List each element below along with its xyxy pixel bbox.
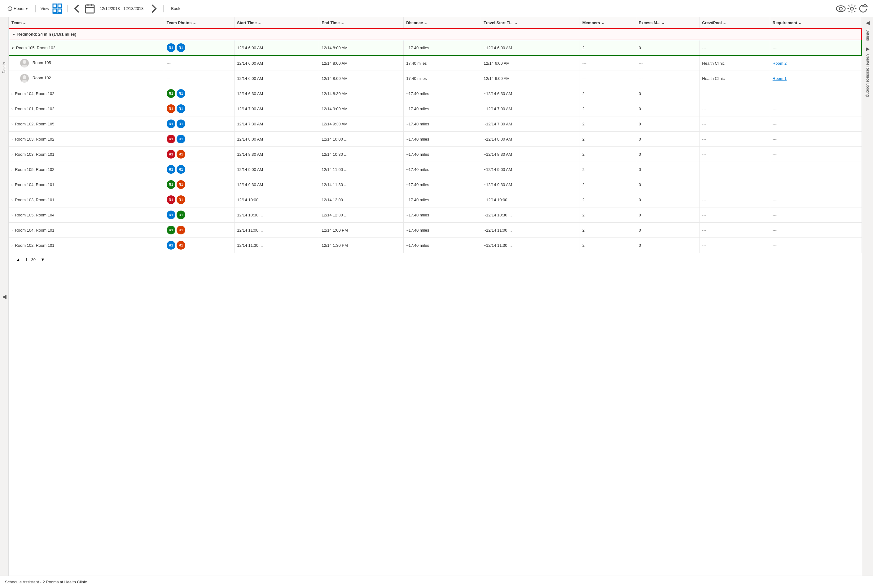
col-header-crew[interactable]: Crew/Pool ⌄ (700, 17, 770, 28)
distance-col-label: Distance (406, 20, 423, 25)
row-expand-icon[interactable]: › (12, 122, 13, 126)
col-header-photos[interactable]: Team Photos ⌄ (164, 17, 234, 28)
end-col-label: End Time (322, 20, 340, 25)
book-button[interactable]: Book (168, 5, 183, 12)
members-sort-icon: ⌄ (601, 20, 604, 25)
row-team-name: Room 104, Room 101 (15, 228, 54, 232)
col-header-travel[interactable]: Travel Start Ti... ⌄ (481, 17, 580, 28)
pagination: ▲ 1 - 30 ▼ (9, 253, 862, 266)
col-header-team[interactable]: Team ⌄ (9, 17, 164, 28)
refresh-button[interactable] (858, 4, 868, 14)
row-crew: --- (700, 40, 770, 56)
col-header-excess[interactable]: Excess M... ⌄ (636, 17, 700, 28)
team-sort-icon: ⌄ (23, 20, 26, 25)
status-text: Schedule Assistant - 2 Rooms at Health C… (5, 580, 87, 584)
child-team-name: Room 102 (33, 75, 51, 80)
row-expand-icon[interactable]: › (12, 244, 13, 248)
divider-3 (163, 5, 164, 12)
hours-label: Hours (14, 6, 24, 11)
expanded-group-row[interactable]: ▾ Room 105, Room 102 R1R1 12/14 6:00 AM … (9, 40, 861, 56)
table-container[interactable]: Team ⌄ Team Photos ⌄ Sta (9, 17, 862, 576)
row-collapse-icon[interactable]: ▾ (12, 46, 14, 50)
svg-point-13 (850, 7, 853, 10)
page-prev-button[interactable]: ▲ (14, 256, 23, 263)
row-team-name: Room 103, Room 101 (15, 198, 54, 202)
row-expand-icon[interactable]: › (12, 168, 13, 171)
photos-col-label: Team Photos (167, 20, 192, 25)
calendar-button[interactable] (85, 4, 95, 14)
right-panel-expand-icon[interactable]: ▶ (866, 46, 870, 52)
child-team-avatar (20, 74, 29, 82)
table-row[interactable]: › Room 102, Room 105 R1R1 12/14 7:30 AM … (9, 116, 861, 132)
child-row[interactable]: Room 105 --- 12/14 6:00 AM 12/14 8:00 AM… (9, 56, 861, 71)
svg-rect-3 (53, 4, 57, 8)
requirement-link[interactable]: Room 1 (772, 76, 787, 81)
row-excess: 0 (636, 40, 700, 56)
create-booking-label[interactable]: Create Resource Booking (865, 54, 870, 97)
table-row[interactable]: › Room 101, Room 102 R1R1 12/14 7:00 AM … (9, 101, 861, 116)
svg-point-12 (839, 7, 842, 10)
row-expand-icon[interactable]: › (12, 138, 13, 141)
table-row[interactable]: › Room 105, Room 104 R1R1 12/14 10:30 ..… (9, 207, 861, 223)
row-expand-icon[interactable]: › (12, 183, 13, 187)
row-expand-icon[interactable]: › (12, 228, 13, 232)
row-team-name: Room 105, Room 104 (15, 213, 54, 218)
child-row[interactable]: Room 102 --- 12/14 6:00 AM 12/14 8:00 AM… (9, 71, 861, 86)
child-team-avatar (20, 59, 29, 68)
visibility-button[interactable] (836, 4, 846, 14)
settings-button[interactable] (847, 4, 857, 14)
travel-col-label: Travel Start Ti... (484, 20, 514, 25)
table-row[interactable]: › Room 103, Room 102 R1R1 12/14 8:00 AM … (9, 132, 861, 147)
group-collapse-icon[interactable]: ▾ (13, 33, 15, 36)
col-header-members[interactable]: Members ⌄ (580, 17, 636, 28)
req-col-label: Requirement (772, 20, 797, 25)
svg-point-16 (23, 75, 26, 79)
hours-button[interactable]: Hours ▾ (5, 5, 30, 12)
row-end: 12/14 8:00 AM (319, 40, 404, 56)
row-team-name: Room 105, Room 102 (16, 45, 56, 50)
distance-sort-icon: ⌄ (424, 20, 427, 25)
excess-sort-icon: ⌄ (661, 20, 665, 25)
row-expand-icon[interactable]: › (12, 198, 13, 202)
table-row[interactable]: › Room 103, Room 101 R1R1 12/14 10:00 ..… (9, 192, 861, 207)
row-team-name: Room 104, Room 102 (15, 92, 54, 96)
page-next-button[interactable]: ▼ (38, 256, 47, 263)
table-row[interactable]: › Room 105, Room 102 R1R1 12/14 9:00 AM … (9, 162, 861, 177)
details-label[interactable]: Details (865, 29, 870, 41)
group-header-row[interactable]: ▾ Redmond: 24 min (14.91 miles) (9, 28, 861, 40)
schedule-table: Team ⌄ Team Photos ⌄ Sta (9, 17, 862, 253)
col-header-start[interactable]: Start Time ⌄ (234, 17, 319, 28)
svg-rect-7 (86, 5, 94, 13)
row-expand-icon[interactable]: › (12, 92, 13, 96)
group-name: Redmond: 24 min (14.91 miles) (17, 32, 77, 36)
table-row[interactable]: › Room 103, Room 101 R1R1 12/14 8:30 AM … (9, 147, 861, 162)
row-requirement: --- (770, 40, 861, 56)
table-row[interactable]: › Room 104, Room 101 R1R1 12/14 9:30 AM … (9, 177, 861, 192)
filter-view-label: Details (2, 62, 6, 74)
view-section: View (41, 4, 62, 14)
col-header-requirement[interactable]: Requirement ⌄ (770, 17, 861, 28)
row-expand-icon[interactable]: › (12, 107, 13, 111)
row-expand-icon[interactable]: › (12, 213, 13, 217)
filter-toggle-icon[interactable]: ◀ (2, 293, 6, 300)
divider-2 (67, 5, 68, 12)
row-team-name: Room 105, Room 102 (15, 167, 54, 172)
svg-point-17 (22, 80, 27, 82)
col-header-distance[interactable]: Distance ⌄ (404, 17, 481, 28)
book-label: Book (171, 6, 180, 11)
photos-sort-icon: ⌄ (193, 20, 196, 25)
next-date-button[interactable] (149, 4, 158, 14)
row-expand-icon[interactable]: › (12, 153, 13, 156)
start-col-label: Start Time (237, 20, 257, 25)
prev-date-button[interactable] (72, 4, 83, 14)
requirement-link[interactable]: Room 2 (772, 61, 787, 66)
table-row[interactable]: › Room 104, Room 102 R1R1 12/14 6:30 AM … (9, 86, 861, 101)
child-team-name: Room 105 (33, 60, 51, 65)
col-header-end[interactable]: End Time ⌄ (319, 17, 404, 28)
row-team-name: Room 102, Room 105 (15, 122, 54, 126)
right-panel-collapse-icon[interactable]: ◀ (866, 20, 870, 26)
grid-view-button[interactable] (53, 4, 62, 14)
table-row[interactable]: › Room 104, Room 101 R1R1 12/14 11:00 ..… (9, 223, 861, 238)
table-row[interactable]: › Room 102, Room 101 R1R1 12/14 11:30 ..… (9, 238, 861, 253)
team-col-label: Team (12, 20, 22, 25)
